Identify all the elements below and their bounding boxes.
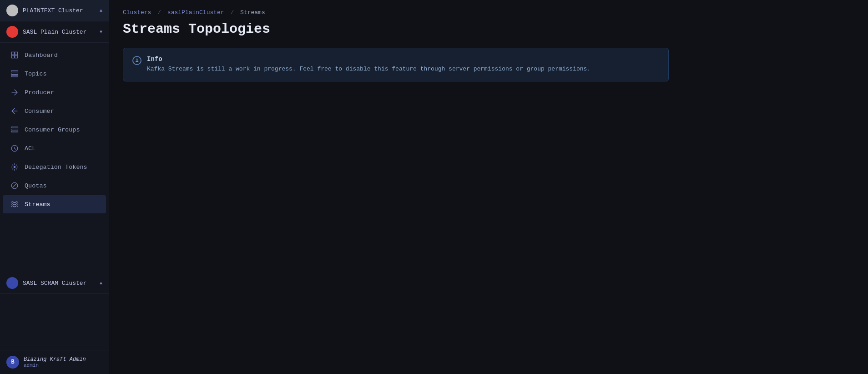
sidebar-item-topics-label: Topics xyxy=(25,71,47,77)
sidebar-item-dashboard[interactable]: Dashboard xyxy=(3,46,106,64)
delegation-icon xyxy=(10,162,19,172)
info-banner-content: Info Kafka Streams is still a work in pr… xyxy=(147,56,590,74)
breadcrumb-sep1: / xyxy=(157,9,165,16)
svg-rect-1 xyxy=(11,73,18,75)
user-footer: B Blazing Kraft Admin admin xyxy=(0,350,109,374)
sidebar-item-consumer-groups-label: Consumer Groups xyxy=(25,126,80,133)
sasl-plain-cluster-avatar xyxy=(6,26,18,38)
consumer-groups-icon xyxy=(10,125,19,134)
sidebar-item-streams[interactable]: Streams xyxy=(3,195,106,213)
dashboard-icon xyxy=(10,51,19,60)
user-name: Blazing Kraft Admin xyxy=(24,356,86,363)
sidebar: PLAINTEXT Cluster ▲ SASL Plain Cluster ▼… xyxy=(0,0,109,374)
consumer-icon xyxy=(10,106,19,116)
sidebar-item-streams-label: Streams xyxy=(25,201,50,208)
plaintext-cluster-item[interactable]: PLAINTEXT Cluster ▲ xyxy=(0,0,109,21)
producer-icon xyxy=(10,88,19,97)
streams-icon xyxy=(10,200,19,209)
page-title: Streams Topologies xyxy=(123,21,854,37)
sasl-scram-cluster-avatar xyxy=(6,277,18,289)
sidebar-item-consumer-label: Consumer xyxy=(25,108,54,115)
sidebar-item-consumer[interactable]: Consumer xyxy=(3,102,106,120)
sasl-scram-cluster-item[interactable]: SASL SCRAM Cluster ▲ xyxy=(0,273,109,294)
breadcrumb-sep2: / xyxy=(230,9,237,16)
avatar: B xyxy=(6,356,19,369)
sidebar-item-producer-label: Producer xyxy=(25,89,54,96)
user-info: Blazing Kraft Admin admin xyxy=(24,356,86,368)
sidebar-item-producer[interactable]: Producer xyxy=(3,83,106,101)
info-banner: i Info Kafka Streams is still a work in … xyxy=(123,48,669,81)
breadcrumb-clusters[interactable]: Clusters xyxy=(123,9,151,16)
user-role: admin xyxy=(24,363,86,368)
sidebar-item-acl[interactable]: ACL xyxy=(3,139,106,157)
breadcrumb: Clusters / saslPlainCluster / Streams xyxy=(123,9,854,16)
info-icon: i xyxy=(132,56,141,65)
sasl-plain-cluster-item[interactable]: SASL Plain Cluster ▼ xyxy=(0,21,109,43)
sasl-scram-cluster-chevron: ▲ xyxy=(100,281,102,286)
info-banner-title: Info xyxy=(147,56,590,63)
sasl-plain-cluster-chevron: ▼ xyxy=(100,30,102,35)
svg-point-7 xyxy=(14,166,16,168)
sidebar-item-topics[interactable]: Topics xyxy=(3,65,106,83)
plaintext-cluster-name: PLAINTEXT Cluster xyxy=(23,7,95,14)
quotas-icon xyxy=(10,181,19,190)
svg-rect-4 xyxy=(11,129,18,130)
sidebar-item-quotas-label: Quotas xyxy=(25,182,47,189)
nav-section: Dashboard Topics Producer Consumer Consu xyxy=(0,43,109,217)
sidebar-item-acl-label: ACL xyxy=(25,145,35,152)
svg-rect-5 xyxy=(11,131,18,132)
sasl-scram-cluster-name: SASL SCRAM Cluster xyxy=(23,280,95,287)
svg-rect-0 xyxy=(11,71,18,72)
acl-icon xyxy=(10,144,19,153)
svg-rect-3 xyxy=(11,127,18,128)
plaintext-cluster-avatar xyxy=(6,5,18,16)
sidebar-item-dashboard-label: Dashboard xyxy=(25,52,58,59)
sidebar-item-delegation-tokens[interactable]: Delegation Tokens xyxy=(3,158,106,176)
sidebar-item-delegation-tokens-label: Delegation Tokens xyxy=(25,164,87,171)
breadcrumb-cluster[interactable]: saslPlainCluster xyxy=(167,9,224,16)
plaintext-cluster-chevron: ▲ xyxy=(100,8,102,13)
sasl-plain-cluster-name: SASL Plain Cluster xyxy=(23,29,95,35)
svg-line-9 xyxy=(13,184,17,188)
sidebar-item-consumer-groups[interactable]: Consumer Groups xyxy=(3,121,106,139)
topics-icon xyxy=(10,69,19,78)
info-banner-message: Kafka Streams is still a work in progres… xyxy=(147,65,590,74)
main-content: Clusters / saslPlainCluster / Streams St… xyxy=(109,0,868,374)
sidebar-item-quotas[interactable]: Quotas xyxy=(3,177,106,195)
svg-rect-2 xyxy=(11,76,18,77)
breadcrumb-current: Streams xyxy=(240,9,265,16)
